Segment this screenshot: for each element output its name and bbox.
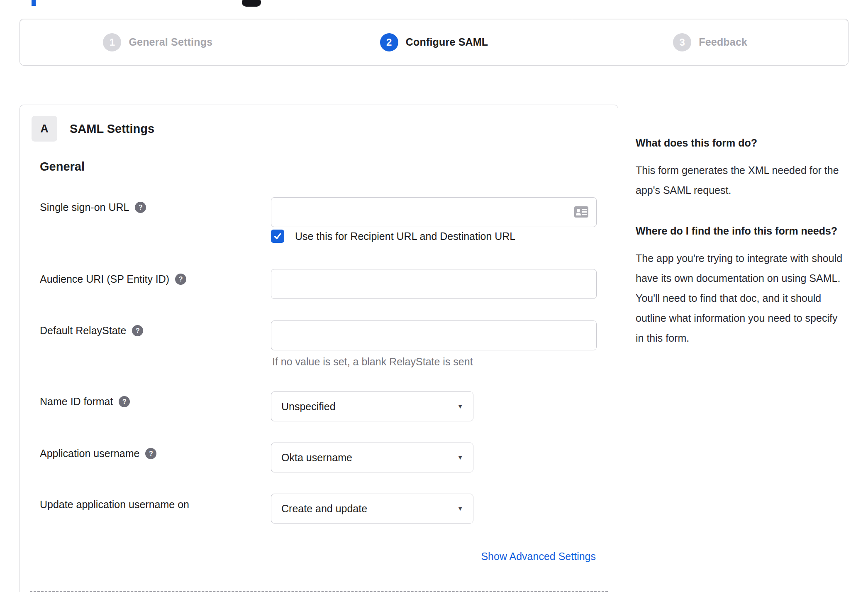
sidebar-heading-what: What does this form do? (636, 134, 845, 152)
wizard-stepper: 1 General Settings 2 Configure SAML 3 Fe… (20, 19, 848, 66)
help-icon[interactable]: ? (175, 274, 186, 285)
name-id-format-label: Name ID format ? (40, 396, 130, 408)
sso-url-input[interactable] (271, 197, 597, 227)
relay-state-input[interactable] (271, 320, 597, 350)
caret-down-icon: ▼ (457, 403, 463, 410)
clipped-app-logo (242, 0, 261, 7)
update-username-label: Update application username on (40, 499, 189, 511)
help-icon[interactable]: ? (135, 202, 146, 213)
step-feedback[interactable]: 3 Feedback (572, 19, 848, 65)
step-label: Feedback (699, 36, 747, 48)
help-icon[interactable]: ? (145, 448, 156, 459)
step-general-settings[interactable]: 1 General Settings (20, 19, 296, 65)
audience-uri-label: Audience URI (SP Entity ID) ? (40, 273, 186, 285)
step-number-badge: 3 (673, 33, 691, 51)
sidebar-body-what: This form generates the XML needed for t… (636, 160, 845, 200)
sso-url-input-wrap (271, 197, 597, 227)
caret-down-icon: ▼ (457, 454, 463, 461)
section-a-badge: A (32, 116, 57, 142)
sidebar-heading-where: Where do I find the info this form needs… (636, 222, 845, 240)
help-icon[interactable]: ? (119, 396, 130, 407)
show-advanced-settings-link[interactable]: Show Advanced Settings (481, 550, 596, 563)
check-icon (273, 232, 282, 241)
step-configure-saml[interactable]: 2 Configure SAML (296, 19, 572, 65)
update-username-select[interactable]: Create and update ▼ (271, 494, 473, 524)
select-value: Create and update (281, 503, 367, 515)
saml-settings-card: A SAML Settings General Single sign-on U… (20, 105, 618, 592)
audience-uri-input[interactable] (271, 269, 597, 299)
sso-checkbox-row: Use this for Recipient URL and Destinati… (271, 230, 515, 243)
general-section-title: General (40, 160, 85, 174)
select-value: Unspecified (281, 401, 336, 413)
clipped-title-fragment (32, 0, 36, 6)
help-icon[interactable]: ? (132, 325, 143, 336)
card-title: SAML Settings (70, 122, 154, 136)
application-username-label: Application username ? (40, 448, 156, 460)
step-number-badge: 1 (103, 33, 121, 51)
step-label: Configure SAML (406, 36, 488, 48)
sidebar-body-where: The app you're trying to integrate with … (636, 248, 845, 348)
step-number-badge: 2 (380, 33, 398, 51)
recipient-url-checkbox[interactable] (271, 230, 284, 243)
select-value: Okta username (281, 452, 352, 464)
help-sidebar: What does this form do? This form genera… (636, 134, 845, 369)
step-label: General Settings (129, 36, 212, 48)
application-username-select[interactable]: Okta username ▼ (271, 443, 473, 472)
relay-state-hint: If no value is set, a blank RelayState i… (272, 356, 473, 368)
recipient-url-checkbox-label: Use this for Recipient URL and Destinati… (295, 230, 515, 242)
name-id-format-select[interactable]: Unspecified ▼ (271, 391, 473, 421)
caret-down-icon: ▼ (457, 505, 463, 512)
relay-state-label: Default RelayState ? (40, 325, 143, 337)
sso-url-label: Single sign-on URL ? (40, 201, 146, 213)
card-header: A SAML Settings (32, 116, 154, 142)
